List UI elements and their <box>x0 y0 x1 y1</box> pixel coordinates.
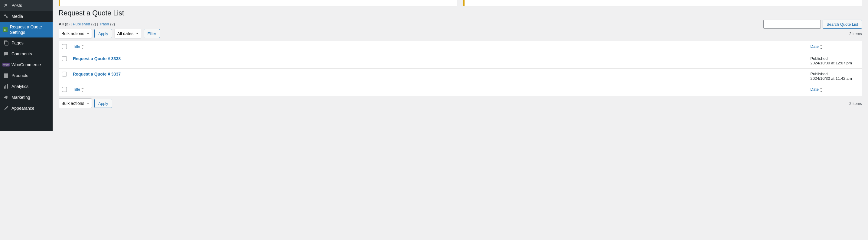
row-datetime: 2024/10/30 at 11:42 am <box>810 76 859 81</box>
sidebar-item-label: Posts <box>11 3 22 8</box>
woo-icon: woo <box>3 62 9 68</box>
sort-icon <box>820 45 823 49</box>
update-notice-1 <box>59 0 457 6</box>
page-icon <box>3 40 9 46</box>
search-button[interactable]: Search Quote List <box>823 20 862 29</box>
sidebar-item-label: Request a Quote Settings <box>10 24 50 35</box>
media-icon <box>3 13 9 19</box>
main-content: Request a Quote List All (2) | Published… <box>53 0 868 131</box>
update-notice-2 <box>463 0 862 6</box>
quote-icon: ⊞ <box>3 27 7 32</box>
sidebar-item-label: Pages <box>11 40 24 46</box>
comment-icon <box>3 51 9 57</box>
column-title-sort[interactable]: Title <box>73 44 84 49</box>
sidebar-item-appearance[interactable]: Appearance <box>0 103 53 114</box>
column-title-sort-bottom[interactable]: Title <box>73 87 84 92</box>
quote-list-table: Title Date Request a Quote # 3338 Publis… <box>59 41 862 96</box>
svg-point-0 <box>4 14 6 16</box>
sidebar-item-label: Marketing <box>11 95 30 100</box>
page-title: Request a Quote List <box>59 9 862 17</box>
column-date-sort-bottom[interactable]: Date <box>810 87 823 92</box>
sidebar-item-marketing[interactable]: Marketing <box>0 92 53 103</box>
search-input[interactable] <box>763 20 821 29</box>
analytics-icon <box>3 83 9 90</box>
sidebar-item-label: Products <box>11 73 28 78</box>
quote-title-link[interactable]: Request a Quote # 3337 <box>73 72 121 76</box>
sort-icon <box>81 88 84 92</box>
row-status: Published <box>810 72 859 76</box>
marketing-icon <box>3 94 9 100</box>
sidebar-item-label: Media <box>11 13 23 19</box>
pin-icon <box>3 2 9 8</box>
filter-trash[interactable]: Trash (2) <box>99 22 115 26</box>
row-datetime: 2024/10/30 at 12:07 pm <box>810 61 859 65</box>
sidebar-item-products[interactable]: Products <box>0 70 53 81</box>
appearance-icon <box>3 105 9 111</box>
row-status: Published <box>810 56 859 61</box>
filter-button[interactable]: Filter <box>144 29 160 38</box>
row-checkbox[interactable] <box>62 56 67 61</box>
table-row: Request a Quote # 3337 Published2024/10/… <box>59 69 862 84</box>
sidebar-item-analytics[interactable]: Analytics <box>0 81 53 92</box>
sidebar-item-posts[interactable]: Posts <box>0 0 53 11</box>
admin-sidebar: Posts Media ⊞ Request a Quote Settings P… <box>0 0 53 131</box>
sidebar-item-label: WooCommerce <box>11 62 41 67</box>
items-count-bottom: 2 items <box>849 101 862 106</box>
filter-published[interactable]: Published (2) <box>73 22 96 26</box>
filter-all[interactable]: All (2) <box>59 22 69 26</box>
apply-bulk-button[interactable]: Apply <box>94 29 112 38</box>
date-filter-select[interactable]: All dates <box>115 29 141 38</box>
sidebar-item-label: Analytics <box>11 84 28 89</box>
svg-rect-7 <box>7 84 8 89</box>
svg-rect-3 <box>4 74 8 78</box>
admin-notices <box>59 0 862 6</box>
svg-rect-2 <box>5 41 8 45</box>
sidebar-item-media[interactable]: Media <box>0 11 53 22</box>
quote-title-link[interactable]: Request a Quote # 3338 <box>73 56 121 61</box>
search-box: Search Quote List <box>763 20 862 29</box>
bulk-actions-select[interactable]: Bulk actions <box>59 29 92 38</box>
table-row: Request a Quote # 3338 Published2024/10/… <box>59 53 862 69</box>
bulk-actions-select-bottom[interactable]: Bulk actions <box>59 99 92 108</box>
status-filters: All (2) | Published (2) | Trash (2) <box>59 22 862 26</box>
sort-icon <box>820 88 823 92</box>
sidebar-item-label: Appearance <box>11 105 34 111</box>
tablenav-top: Bulk actions Apply All dates Filter 2 it… <box>59 29 862 38</box>
sort-icon <box>81 45 84 49</box>
products-icon <box>3 73 9 78</box>
sidebar-item-comments[interactable]: Comments <box>0 48 53 59</box>
select-all-checkbox[interactable] <box>62 44 67 49</box>
svg-rect-5 <box>4 87 5 89</box>
sidebar-item-pages[interactable]: Pages <box>0 37 53 48</box>
items-count-top: 2 items <box>849 31 862 36</box>
sidebar-item-woocommerce[interactable]: woo WooCommerce <box>0 59 53 70</box>
select-all-checkbox-bottom[interactable] <box>62 87 67 92</box>
row-checkbox[interactable] <box>62 72 67 76</box>
svg-rect-6 <box>5 85 6 89</box>
sidebar-item-request-quote[interactable]: ⊞ Request a Quote Settings <box>0 22 53 37</box>
tablenav-bottom: Bulk actions Apply 2 items <box>59 99 862 108</box>
sidebar-item-label: Comments <box>11 51 32 57</box>
svg-rect-4 <box>4 73 8 74</box>
column-date-sort[interactable]: Date <box>810 44 823 49</box>
apply-bulk-button-bottom[interactable]: Apply <box>94 99 112 108</box>
